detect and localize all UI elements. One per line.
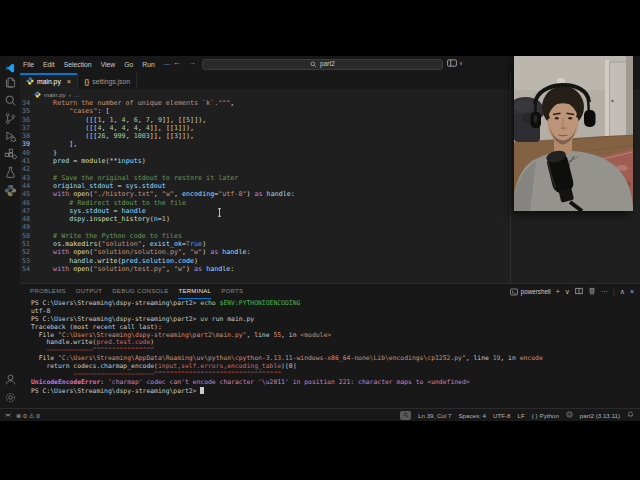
- activity-item-source-control[interactable]: [0, 109, 20, 127]
- activity-bar: [0, 73, 20, 408]
- breadcrumb-file[interactable]: main.py: [44, 91, 66, 98]
- braces-icon: { }: [532, 412, 538, 419]
- terminal-line: UnicodeEncodeError: 'charmap' codec can'…: [31, 379, 640, 387]
- panel-header: PROBLEMSOUTPUTDEBUG CONSOLETERMINALPORTS…: [20, 284, 640, 299]
- terminal[interactable]: PS C:\Users\Streaming\dspy-streaming\par…: [20, 300, 640, 409]
- activity-item-run-debug[interactable]: [0, 127, 20, 145]
- problems-status[interactable]: ⊗ 0 ⚠ 0: [16, 412, 40, 419]
- tab-settings-json[interactable]: {}settings.json: [78, 73, 137, 89]
- stream-frame: FileEditSelectionViewGoRun··· ← → part2 …: [0, 0, 640, 480]
- code-text: with open("./history.txt", "w", encoding…: [37, 190, 295, 198]
- maximize-panel-icon[interactable]: ∧: [620, 288, 625, 295]
- chevron-down-icon: ∨: [459, 60, 463, 66]
- code-text: ([[26, 999, 1003]], [[3]]),: [37, 132, 194, 140]
- new-terminal-icon[interactable]: +: [556, 288, 560, 295]
- line-number: 49: [20, 223, 30, 231]
- separator: |: [613, 288, 615, 295]
- line-number: 50: [20, 232, 30, 240]
- extensions-icon: [4, 148, 17, 161]
- panel-tab-terminal[interactable]: TERMINAL: [178, 284, 211, 299]
- code-text: # Save the original stdout to restore it…: [37, 174, 238, 182]
- close-icon[interactable]: ×: [67, 77, 71, 86]
- python-interpreter[interactable]: part2 (3.13.11): [580, 412, 620, 419]
- code-text: with open("solution/test.py", "w") as ha…: [37, 265, 234, 273]
- panel-tab-ports[interactable]: PORTS: [221, 284, 243, 298]
- menu-view[interactable]: View: [97, 59, 120, 70]
- minimap-border: [510, 73, 511, 283]
- terminal-instance-label[interactable]: powershell: [510, 288, 551, 296]
- activity-item-testing[interactable]: [0, 163, 20, 181]
- menu-edit[interactable]: Edit: [39, 59, 59, 70]
- menu-go[interactable]: Go: [120, 59, 137, 70]
- code-text: original_stdout = sys.stdout: [37, 182, 166, 190]
- code-text: ([[4, 4, 4, 4, 4]], [[1]]),: [37, 124, 194, 132]
- braces-icon: {}: [84, 78, 89, 85]
- panel-tab-debug-console[interactable]: DEBUG CONSOLE: [112, 284, 168, 298]
- encoding[interactable]: UTF-8: [493, 412, 511, 419]
- line-number: 48: [20, 215, 30, 223]
- bottom-panel: PROBLEMSOUTPUTDEBUG CONSOLETERMINALPORTS…: [20, 283, 640, 408]
- activity-item-extensions[interactable]: [0, 145, 20, 163]
- language-mode[interactable]: { } Python: [532, 412, 559, 419]
- tab-label: settings.json: [92, 78, 130, 85]
- line-number: 34: [20, 99, 30, 107]
- nav-forward-button[interactable]: →: [188, 58, 196, 67]
- activity-item-python[interactable]: [0, 181, 20, 199]
- tab-main-py[interactable]: main.py×: [20, 73, 78, 89]
- launch-profile-icon[interactable]: ∨: [565, 288, 570, 295]
- beaker-icon: [4, 166, 17, 179]
- feedback-smiley-icon[interactable]: [566, 411, 573, 419]
- terminal-line: PS C:\Users\Streaming\dspy-streaming\par…: [31, 387, 640, 395]
- line-number: 51: [20, 240, 30, 248]
- terminal-line: PS C:\Users\Streaming\dspy-streaming\par…: [31, 300, 640, 308]
- layout-toggle-button[interactable]: ∨: [447, 59, 463, 67]
- command-center-search[interactable]: part2: [202, 59, 443, 70]
- line-number: 40: [20, 149, 30, 157]
- nav-back-button[interactable]: ←: [173, 58, 181, 67]
- code-text: sys.stdout = handle: [37, 207, 146, 215]
- line-number: 37: [20, 124, 30, 132]
- code-line[interactable]: 52 with open("solution/solution.py", "w"…: [20, 248, 640, 256]
- code-line[interactable]: 53 handle.write(pred.solution.code): [20, 257, 640, 265]
- menu-file[interactable]: File: [19, 59, 38, 70]
- kill-terminal-icon[interactable]: [588, 287, 596, 296]
- powershell-icon: [510, 288, 518, 296]
- code-text: ([[1, 1, 4, 6, 7, 9]], [[5]]),: [37, 116, 206, 124]
- close-panel-icon[interactable]: ×: [630, 288, 634, 295]
- code-text: Return the number of unique elements `k`…: [37, 99, 234, 107]
- code-line[interactable]: 49: [20, 223, 640, 231]
- code-text: pred = module(**inputs): [37, 157, 146, 165]
- cursor-position[interactable]: Ln 39, Col 7: [418, 412, 451, 419]
- search-icon: [4, 94, 17, 107]
- eol-sequence[interactable]: LF: [518, 412, 525, 419]
- menu-selection[interactable]: Selection: [60, 59, 96, 70]
- layout-icon: [447, 59, 457, 67]
- indentation[interactable]: Spaces: 4: [458, 412, 486, 419]
- remote-indicator[interactable]: ><: [5, 412, 10, 418]
- mouse-text-cursor: [217, 203, 222, 221]
- code-line[interactable]: 51 os.makedirs("solution", exist_ok=True…: [20, 240, 640, 248]
- menu-run[interactable]: Run: [138, 59, 158, 70]
- activity-item-manage[interactable]: [0, 388, 20, 406]
- code-line[interactable]: 54 with open("solution/test.py", "w") as…: [20, 265, 640, 273]
- line-number: 41: [20, 157, 30, 165]
- panel-tab-output[interactable]: OUTPUT: [76, 284, 102, 298]
- line-number: 45: [20, 190, 30, 198]
- bell-icon[interactable]: [627, 411, 634, 419]
- webcam-overlay: [514, 56, 633, 211]
- code-text: with open("solution/solution.py", "w") a…: [37, 248, 250, 256]
- split-terminal-icon[interactable]: [575, 287, 583, 296]
- code-text: ],: [37, 140, 77, 148]
- code-text: # Redirect stdout to the file: [37, 199, 186, 207]
- line-number: 42: [20, 165, 30, 173]
- panel-tab-problems[interactable]: PROBLEMS: [30, 284, 66, 298]
- line-number: 35: [20, 107, 30, 115]
- code-line[interactable]: 48 dspy.inspect_history(n=1): [20, 215, 640, 223]
- activity-item-account[interactable]: [0, 370, 20, 388]
- more-actions-icon[interactable]: ···: [601, 288, 608, 295]
- activity-item-search[interactable]: [0, 91, 20, 109]
- activity-item-explorer[interactable]: [0, 73, 20, 91]
- zoom-indicator-icon[interactable]: [400, 411, 411, 420]
- code-line[interactable]: 50 # Write the Python code to files: [20, 232, 640, 240]
- breadcrumb-more[interactable]: …: [74, 91, 80, 98]
